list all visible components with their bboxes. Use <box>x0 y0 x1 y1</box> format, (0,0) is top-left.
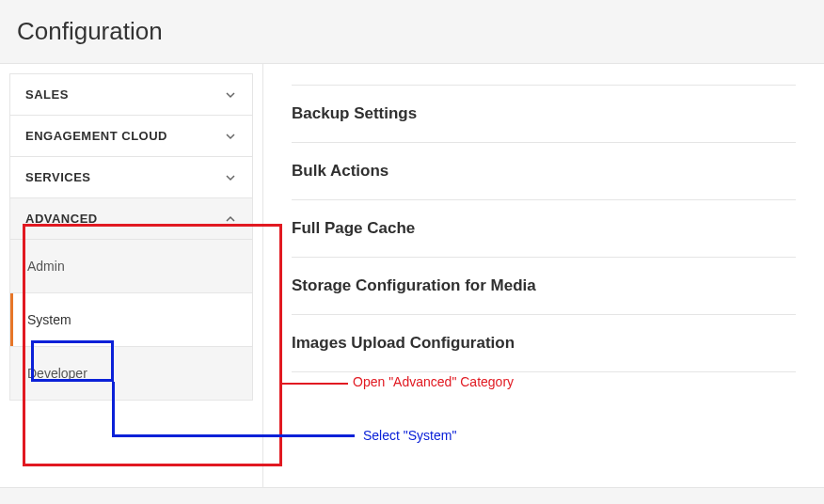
sidebar-section-label: ADVANCED <box>25 212 98 226</box>
config-sidebar: SALES ENGAGEMENT CLOUD SERVICES <box>0 64 263 492</box>
page-title: Configuration <box>0 0 824 63</box>
section-bulk-actions[interactable]: Bulk Actions <box>292 143 796 200</box>
section-images-upload-config[interactable]: Images Upload Configuration <box>292 315 796 372</box>
footer-strip <box>0 487 824 504</box>
chevron-down-icon <box>224 171 237 184</box>
chevron-down-icon <box>224 130 237 143</box>
section-backup-settings[interactable]: Backup Settings <box>292 86 796 143</box>
sidebar-item-admin[interactable]: Admin <box>10 239 252 292</box>
sidebar-section-advanced[interactable]: ADVANCED Admin System Developer <box>9 198 253 401</box>
section-notifications[interactable]: Notifications <box>292 64 796 86</box>
sidebar-section-engagement-cloud[interactable]: ENGAGEMENT CLOUD <box>9 116 253 157</box>
sidebar-section-services[interactable]: SERVICES <box>9 157 253 198</box>
sidebar-section-label: SALES <box>25 87 69 102</box>
main-panel: Notifications Backup Settings Bulk Actio… <box>263 64 824 492</box>
sidebar-sub-items: Admin System Developer <box>10 239 252 400</box>
sidebar-section-sales[interactable]: SALES <box>9 73 253 116</box>
section-full-page-cache[interactable]: Full Page Cache <box>292 200 796 258</box>
section-storage-config-media[interactable]: Storage Configuration for Media <box>292 258 796 315</box>
sidebar-item-system[interactable]: System <box>10 292 252 346</box>
chevron-down-icon <box>224 88 237 102</box>
content-wrapper: SALES ENGAGEMENT CLOUD SERVICES <box>0 63 824 492</box>
sidebar-section-label: ENGAGEMENT CLOUD <box>25 129 167 143</box>
sidebar-section-label: SERVICES <box>25 170 91 184</box>
sidebar-item-developer[interactable]: Developer <box>10 346 252 400</box>
chevron-up-icon <box>224 213 237 226</box>
